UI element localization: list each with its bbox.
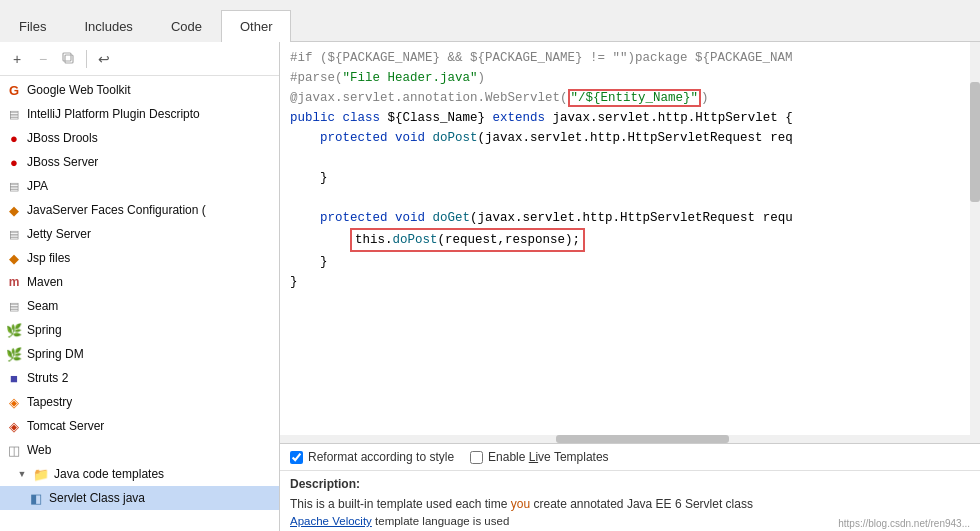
svg-rect-0 — [65, 55, 73, 63]
tree-label-java-templates: Java code templates — [54, 467, 164, 481]
tree-label-jsf: JavaServer Faces Configuration ( — [27, 203, 206, 217]
code-line-7: } — [290, 168, 970, 188]
remove-button[interactable]: − — [32, 48, 54, 70]
tree-label-spring: Spring — [27, 323, 62, 337]
tree-item-jsp[interactable]: ◆ Jsp files — [0, 246, 279, 270]
code-line-3: @javax.servlet.annotation.WebServlet("/$… — [290, 88, 970, 108]
gwt-icon: G — [6, 82, 22, 98]
main-area: + − ↩ G Google Web Toolkit ▤ IntelliJ Pl… — [0, 42, 980, 531]
right-bottom: Reformat according to style Enable Live … — [280, 443, 980, 531]
description-title: Description: — [290, 477, 970, 491]
tab-files[interactable]: Files — [0, 10, 65, 42]
tab-code[interactable]: Code — [152, 10, 221, 42]
right-panel: #if (${PACKAGE_NAME} && ${PACKAGE_NAME} … — [280, 42, 980, 531]
tree-label-jsp: Jsp files — [27, 251, 70, 265]
spring-icon: 🌿 — [6, 322, 22, 338]
jboss-drools-icon: ● — [6, 130, 22, 146]
tree-label-servlet-class: Servlet Class java — [49, 491, 145, 505]
spring-dm-icon: 🌿 — [6, 346, 22, 362]
jpa-icon: ▤ — [6, 178, 22, 194]
tree-item-jpa[interactable]: ▤ JPA — [0, 174, 279, 198]
tab-other[interactable]: Other — [221, 10, 292, 42]
scrollbar-thumb — [970, 82, 980, 202]
tree-label-tapestry: Tapestry — [27, 395, 72, 409]
tree-item-struts[interactable]: ■ Struts 2 — [0, 366, 279, 390]
template-options: Reformat according to style Enable Live … — [280, 444, 980, 471]
maven-icon: m — [6, 274, 22, 290]
description-sub-rest: template language is used — [372, 515, 509, 527]
tree-item-intellij[interactable]: ▤ IntelliJ Platform Plugin Descripto — [0, 102, 279, 126]
tree-label-intellij: IntelliJ Platform Plugin Descripto — [27, 107, 200, 121]
tab-includes[interactable]: Includes — [65, 10, 151, 42]
tree-item-jetty[interactable]: ▤ Jetty Server — [0, 222, 279, 246]
tree-item-tapestry[interactable]: ◈ Tapestry — [0, 390, 279, 414]
description-text: This is a built-in template used each ti… — [290, 495, 970, 513]
jsp-icon: ◆ — [6, 250, 22, 266]
seam-icon: ▤ — [6, 298, 22, 314]
svg-rect-1 — [63, 53, 71, 61]
tree-label-seam: Seam — [27, 299, 58, 313]
tree-item-maven[interactable]: m Maven — [0, 270, 279, 294]
code-area[interactable]: #if (${PACKAGE_NAME} && ${PACKAGE_NAME} … — [280, 42, 980, 443]
live-templates-underline: Li — [529, 450, 538, 464]
tab-bar: Files Includes Code Other — [0, 0, 980, 42]
tree-label-jboss-server: JBoss Server — [27, 155, 98, 169]
tree-item-web[interactable]: ◫ Web — [0, 438, 279, 462]
tree-item-jboss-server[interactable]: ● JBoss Server — [0, 150, 279, 174]
add-button[interactable]: + — [6, 48, 28, 70]
description-suffix: create annotated Java EE 6 Servlet class — [530, 497, 753, 511]
scrollbar[interactable] — [970, 42, 980, 443]
h-scrollbar-thumb — [556, 435, 729, 443]
code-line-1: #if (${PACKAGE_NAME} && ${PACKAGE_NAME} … — [290, 48, 970, 68]
tree-item-gwt[interactable]: G Google Web Toolkit — [0, 78, 279, 102]
tree-label-gwt: Google Web Toolkit — [27, 83, 131, 97]
tree-label-web: Web — [27, 443, 51, 457]
tapestry-icon: ◈ — [6, 394, 22, 410]
code-line-8 — [290, 188, 970, 208]
live-templates-checkbox[interactable] — [470, 451, 483, 464]
code-line-9: protected void doGet(javax.servlet.http.… — [290, 208, 970, 228]
code-line-5: protected void doPost(javax.servlet.http… — [290, 128, 970, 148]
tree-label-maven: Maven — [27, 275, 63, 289]
tree-item-spring-dm[interactable]: 🌿 Spring DM — [0, 342, 279, 366]
jetty-icon: ▤ — [6, 226, 22, 242]
watermark: https://blog.csdn.net/ren943... — [838, 518, 970, 529]
reformat-checkbox[interactable] — [290, 451, 303, 464]
code-line-6 — [290, 148, 970, 168]
code-line-12: } — [290, 272, 970, 292]
tree-label-jboss-drools: JBoss Drools — [27, 131, 98, 145]
tree-item-spring[interactable]: 🌿 Spring — [0, 318, 279, 342]
tree-item-java-templates[interactable]: ▼ 📁 Java code templates — [0, 462, 279, 486]
tree-item-tomcat[interactable]: ◈ Tomcat Server — [0, 414, 279, 438]
code-line-2: #parse("File Header.java") — [290, 68, 970, 88]
code-line-10: this.doPost(request,response); — [290, 228, 970, 252]
intellij-icon: ▤ — [6, 106, 22, 122]
tree-label-tomcat: Tomcat Server — [27, 419, 104, 433]
expand-arrow: ▼ — [16, 468, 28, 480]
struts-icon: ■ — [6, 370, 22, 386]
tree-list[interactable]: G Google Web Toolkit ▤ IntelliJ Platform… — [0, 76, 279, 531]
description-highlight: you — [511, 497, 530, 511]
h-scrollbar[interactable] — [280, 435, 970, 443]
tree-item-jsf[interactable]: ◆ JavaServer Faces Configuration ( — [0, 198, 279, 222]
description-area: Description: This is a built-in template… — [280, 471, 980, 531]
description-prefix: This is a built-in template used each ti… — [290, 497, 511, 511]
tree-item-jboss-drools[interactable]: ● JBoss Drools — [0, 126, 279, 150]
jsf-icon: ◆ — [6, 202, 22, 218]
tree-item-seam[interactable]: ▤ Seam — [0, 294, 279, 318]
reformat-option[interactable]: Reformat according to style — [290, 450, 454, 464]
web-icon: ◫ — [6, 442, 22, 458]
code-line-4: public class ${Class_Name} extends javax… — [290, 108, 970, 128]
undo-button[interactable]: ↩ — [93, 48, 115, 70]
apache-velocity-link[interactable]: Apache Velocity — [290, 515, 372, 527]
live-templates-label: Enable Live Templates — [488, 450, 609, 464]
folder-icon: 📁 — [33, 466, 49, 482]
live-templates-option[interactable]: Enable Live Templates — [470, 450, 609, 464]
reformat-label: Reformat according to style — [308, 450, 454, 464]
tree-label-jpa: JPA — [27, 179, 48, 193]
jboss-server-icon: ● — [6, 154, 22, 170]
tree-item-servlet-class[interactable]: ◧ Servlet Class java — [0, 486, 279, 510]
copy-button[interactable] — [58, 48, 80, 70]
tree-label-jetty: Jetty Server — [27, 227, 91, 241]
file-icon: ◧ — [28, 490, 44, 506]
